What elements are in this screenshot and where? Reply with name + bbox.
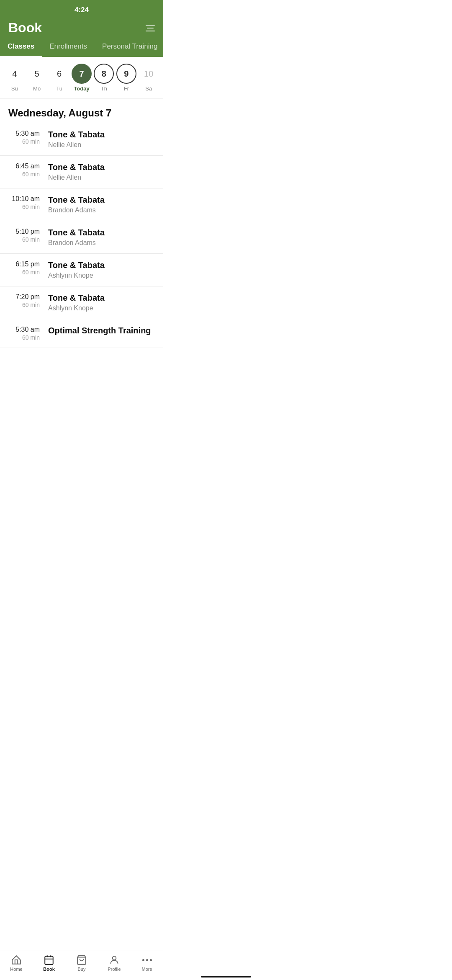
date-item-9[interactable]: 9 Fr [116,64,136,92]
class-time-4: 6:15 pm 60 min [8,260,48,276]
class-time-3: 5:10 pm 60 min [8,228,48,243]
date-circle-7: 7 [72,64,92,84]
tab-bar: Classes Enrollments Personal Training Re… [0,36,163,57]
date-item-5[interactable]: 5 Mo [27,64,47,92]
class-time-1: 6:45 am 60 min [8,162,48,178]
class-item-1[interactable]: 6:45 am 60 min Tone & Tabata Nellie Alle… [0,156,163,188]
date-item-6[interactable]: 6 Tu [49,64,69,92]
tab-classes[interactable]: Classes [0,40,42,57]
date-circle-8: 8 [94,64,114,84]
date-label-9: Fr [124,85,129,92]
class-info-2: Tone & Tabata Brandon Adams [48,195,155,214]
class-item-4[interactable]: 6:15 pm 60 min Tone & Tabata Ashlynn Kno… [0,254,163,286]
class-item-6[interactable]: 5:30 am 60 min Optimal Strength Training [0,319,163,348]
date-circle-9: 9 [116,64,136,84]
header: Book [0,17,163,36]
date-item-4[interactable]: 4 Su [5,64,25,92]
class-info-4: Tone & Tabata Ashlynn Knope [48,260,155,279]
page-title: Book [8,20,42,36]
class-list: 5:30 am 60 min Tone & Tabata Nellie Alle… [0,123,163,382]
filter-icon [146,25,155,31]
class-item-3[interactable]: 5:10 pm 60 min Tone & Tabata Brandon Ada… [0,221,163,254]
class-time-5: 7:20 pm 60 min [8,293,48,308]
status-time: 4:24 [74,6,89,14]
date-item-8[interactable]: 8 Th [94,64,114,92]
date-label-6: Tu [56,85,62,92]
class-info-6: Optimal Strength Training [48,326,155,337]
date-circle-6: 6 [49,64,69,84]
class-info-3: Tone & Tabata Brandon Adams [48,228,155,247]
class-item-5[interactable]: 7:20 pm 60 min Tone & Tabata Ashlynn Kno… [0,286,163,319]
class-time-2: 10:10 am 60 min [8,195,48,210]
date-label-5: Mo [33,85,41,92]
date-circle-10: 10 [139,64,159,84]
tab-enrollments[interactable]: Enrollments [42,40,95,57]
filter-button[interactable] [146,25,155,31]
date-heading-text: Wednesday, August 7 [8,107,111,119]
class-info-0: Tone & Tabata Nellie Allen [48,130,155,149]
date-circle-5: 5 [27,64,47,84]
date-circle-4: 4 [5,64,25,84]
date-picker: 4 Su 5 Mo 6 Tu 7 Today 8 Th 9 Fr 10 Sa [0,57,163,99]
class-info-5: Tone & Tabata Ashlynn Knope [48,293,155,312]
date-label-4: Su [11,85,18,92]
status-bar: 4:24 [0,0,163,17]
class-time-6: 5:30 am 60 min [8,326,48,341]
class-time-0: 5:30 am 60 min [8,130,48,145]
class-item-2[interactable]: 10:10 am 60 min Tone & Tabata Brandon Ad… [0,188,163,221]
date-label-10: Sa [145,85,152,92]
date-heading: Wednesday, August 7 [0,99,163,123]
date-item-10[interactable]: 10 Sa [139,64,159,92]
date-item-7[interactable]: 7 Today [72,64,92,92]
date-label-7: Today [74,85,89,92]
tab-personal-training[interactable]: Personal Training [95,40,163,57]
class-item-0[interactable]: 5:30 am 60 min Tone & Tabata Nellie Alle… [0,123,163,156]
class-info-1: Tone & Tabata Nellie Allen [48,162,155,181]
date-label-8: Th [101,85,107,92]
